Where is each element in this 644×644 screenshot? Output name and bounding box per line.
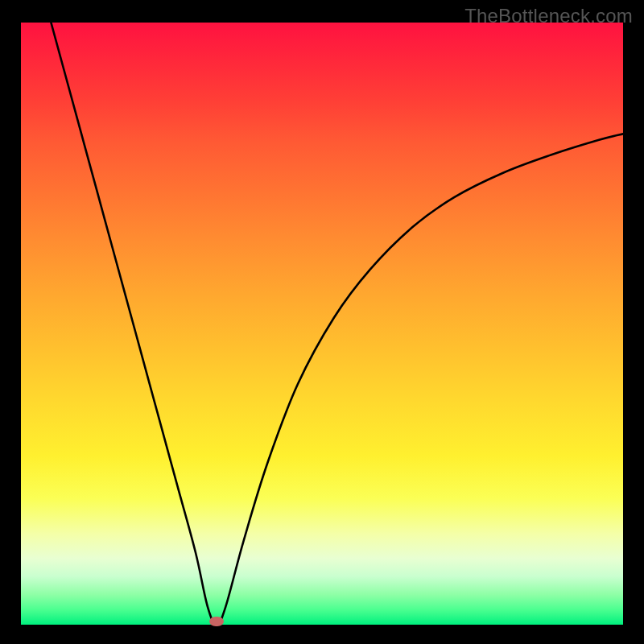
bottleneck-curve [51,23,623,625]
chart-container: TheBottleneck.com [0,0,644,644]
minimum-marker [209,617,224,626]
curve-layer [21,23,623,625]
plot-area [21,23,623,625]
